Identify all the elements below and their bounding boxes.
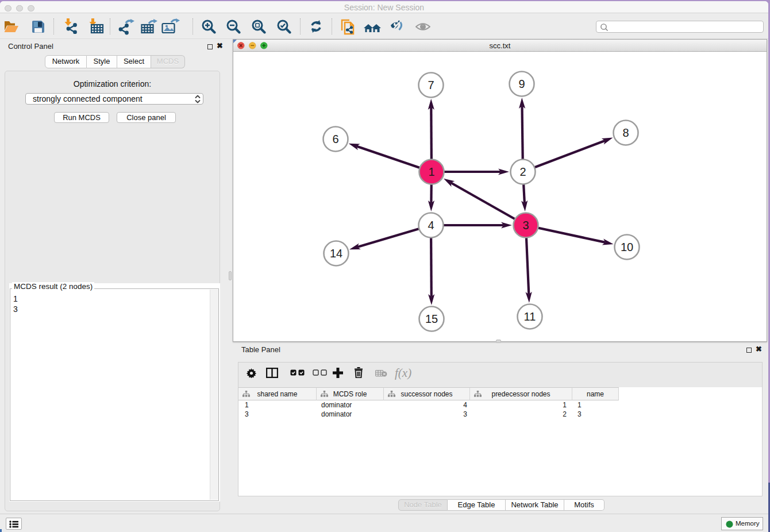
svg-text:11: 11 <box>524 310 536 323</box>
svg-text:4: 4 <box>428 219 434 232</box>
svg-text:10: 10 <box>621 241 633 253</box>
svg-text:2: 2 <box>519 165 526 178</box>
svg-text:6: 6 <box>332 133 338 145</box>
svg-text:9: 9 <box>518 78 525 90</box>
svg-text:1: 1 <box>428 165 434 178</box>
svg-text:8: 8 <box>622 126 629 139</box>
svg-text:3: 3 <box>522 219 529 232</box>
svg-text:15: 15 <box>425 313 438 325</box>
svg-text:14: 14 <box>330 247 342 260</box>
svg-text:7: 7 <box>428 79 434 91</box>
